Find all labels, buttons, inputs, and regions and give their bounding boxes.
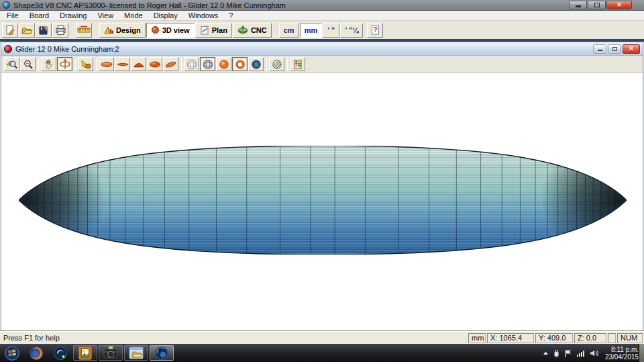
zoom-button[interactable] <box>20 57 36 71</box>
doc-close-button[interactable]: ✕ <box>623 44 640 54</box>
texture-render-button[interactable] <box>248 57 264 71</box>
network-signal-icon[interactable] <box>576 349 586 357</box>
viewport-3d[interactable] <box>1 73 643 330</box>
status-help-text: Press F1 for help <box>1 334 467 342</box>
wireframe-hidden-icon <box>203 59 213 70</box>
plan-view-button[interactable]: Plan <box>195 23 232 38</box>
save-button[interactable] <box>36 23 52 38</box>
unit-fraction-button[interactable]: ’ ”¼ <box>340 23 363 38</box>
toolbar-separator <box>287 58 288 71</box>
window-controls: ✕ <box>568 1 632 9</box>
zoom-icon <box>23 59 34 70</box>
window-title: Shape3d V8 CNC APS3000- licensed to Roge… <box>13 1 286 9</box>
solid-top-view-button[interactable] <box>147 57 162 71</box>
dimensions-icon <box>77 26 91 35</box>
new-file-button[interactable] <box>2 23 18 38</box>
cnc-icon <box>237 26 248 34</box>
rotate-icon <box>59 59 71 69</box>
clock-date: 23/04/2015 <box>605 353 639 361</box>
clock-time: 8:11 p.m. <box>605 346 639 353</box>
shape3d-application-window: Shape3d V8 CNC APS3000- licensed to Roge… <box>0 0 644 362</box>
help-button[interactable]: ? <box>367 23 383 38</box>
camera-icon <box>103 346 119 361</box>
status-bar: Press F1 for help mm X: 1065.4 Y: 409.0 … <box>0 331 644 344</box>
design-icon <box>104 26 113 34</box>
doc-restore-button[interactable] <box>608 44 621 54</box>
menu-windows[interactable]: Windows <box>183 11 224 21</box>
outline-render-button[interactable] <box>232 57 248 71</box>
status-blank-panel <box>608 333 616 343</box>
ring-sphere-icon <box>235 59 246 70</box>
print-button[interactable] <box>52 23 68 38</box>
status-y-coordinate: Y: 409.0 <box>535 333 573 343</box>
taskbar-file-explorer[interactable] <box>124 345 148 361</box>
unit-cm-button[interactable]: cm <box>279 23 299 38</box>
document-window: Glider 12 0 Mike Cunningham:2 ✕ <box>1 42 643 331</box>
document-titlebar[interactable]: Glider 12 0 Mike Cunningham:2 ✕ <box>1 42 643 56</box>
document-icon <box>4 45 12 53</box>
speaker-icon[interactable] <box>590 349 598 357</box>
menu-file[interactable]: File <box>1 11 24 21</box>
taskbar-media-app[interactable] <box>48 344 72 362</box>
taskbar-clock[interactable]: 8:11 p.m. 23/04/2015 <box>605 346 639 361</box>
restore-button[interactable] <box>588 1 606 9</box>
hatched-circle-icon <box>272 59 282 70</box>
taskbar-camera-app[interactable] <box>99 345 123 361</box>
design-label: Design <box>116 26 141 34</box>
pan-button[interactable] <box>41 57 56 71</box>
toolbar-separator <box>96 58 97 71</box>
threed-view-button[interactable]: 3D view <box>146 23 195 38</box>
menu-view[interactable]: View <box>92 11 119 21</box>
rotate-button[interactable] <box>57 57 72 71</box>
close-button[interactable]: ✕ <box>606 1 632 9</box>
unit-mm-button[interactable]: mm <box>300 23 323 38</box>
zoom-selection-button[interactable] <box>4 57 19 71</box>
measurements-icon <box>293 59 303 70</box>
measurements-button[interactable] <box>290 57 305 71</box>
toolbar-separator <box>266 58 267 71</box>
hand-icon <box>44 59 54 69</box>
show-hidden-icons[interactable] <box>543 351 549 356</box>
wireframe-button[interactable] <box>184 57 199 71</box>
taskbar-shape3d[interactable] <box>150 345 174 361</box>
taskbar-firefox[interactable] <box>24 344 48 362</box>
main-titlebar[interactable]: Shape3d V8 CNC APS3000- licensed to Roge… <box>0 0 644 11</box>
action-center-flag-icon[interactable] <box>564 349 572 357</box>
print-icon <box>55 25 66 36</box>
board-render[interactable] <box>19 146 627 255</box>
perspective-view-button[interactable] <box>163 57 178 71</box>
outline-side-view-button[interactable] <box>115 57 130 71</box>
minimize-icon <box>576 5 581 7</box>
taskbar-picture-manager[interactable] <box>73 345 97 361</box>
new-file-icon <box>5 25 15 36</box>
open-file-button[interactable] <box>19 23 35 38</box>
dimensions-button[interactable] <box>76 23 92 38</box>
menu-board[interactable]: Board <box>24 11 54 21</box>
light-direction-button[interactable] <box>78 57 93 71</box>
main-toolbar: Design 3D view Plan CNC cm <box>0 21 644 39</box>
minimize-button[interactable] <box>569 1 587 9</box>
menu-drawing[interactable]: Drawing <box>54 11 92 21</box>
close-icon: ✕ <box>616 2 622 8</box>
wireframe-hidden-button[interactable] <box>200 57 215 71</box>
menu-help[interactable]: ? <box>223 11 238 21</box>
toolbar-separator <box>75 58 76 71</box>
design-view-button[interactable]: Design <box>99 23 146 38</box>
cross-section-view-button[interactable] <box>131 57 146 71</box>
power-plug-icon[interactable] <box>553 349 560 357</box>
shaded-render-button[interactable] <box>216 57 231 71</box>
unit-feet-inches-button[interactable]: ’ ” <box>323 23 339 38</box>
board-perspective-icon <box>165 60 176 69</box>
unit-cm-label: cm <box>284 26 294 34</box>
toolbar-separator <box>38 58 39 71</box>
plan-label: Plan <box>212 26 227 34</box>
menu-mode[interactable]: Mode <box>119 11 148 21</box>
hatched-render-button[interactable] <box>269 57 284 71</box>
outline-top-view-button[interactable] <box>99 57 114 71</box>
doc-minimize-button[interactable] <box>593 44 606 54</box>
cnc-view-button[interactable]: CNC <box>233 23 272 38</box>
start-button[interactable] <box>0 344 24 362</box>
open-folder-icon <box>21 25 33 36</box>
menu-bar: File Board Drawing View Mode Display Win… <box>0 11 644 21</box>
menu-display[interactable]: Display <box>148 11 183 21</box>
